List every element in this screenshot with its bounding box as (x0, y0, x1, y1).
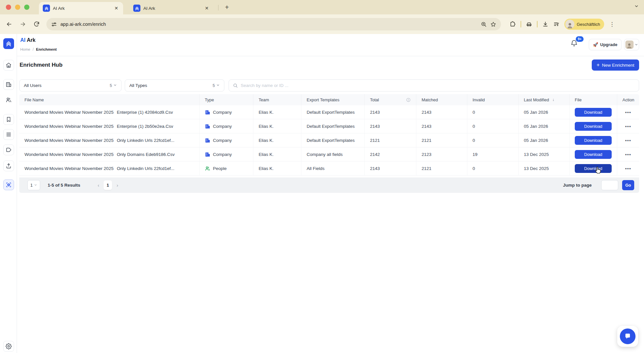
col-file[interactable]: File (570, 94, 617, 105)
row-actions-menu-icon[interactable]: ••• (625, 138, 631, 143)
zoom-icon[interactable] (481, 21, 487, 27)
back-icon[interactable] (4, 19, 14, 29)
url-text[interactable]: app.ai-ark.com/enrich (60, 22, 477, 27)
all-types-dropdown[interactable]: All Types 5 (125, 79, 224, 92)
info-icon[interactable] (406, 97, 411, 102)
table-row[interactable]: Wonderland Movies Webinar November 2025E… (19, 105, 639, 119)
sort-descending-icon[interactable]: ↓ (552, 97, 554, 102)
col-templates[interactable]: Export Templates (301, 94, 365, 105)
col-type[interactable]: Type (200, 94, 253, 105)
col-action[interactable]: Action (617, 94, 639, 105)
tab-overflow-chevron-icon[interactable] (634, 4, 639, 10)
new-tab-button[interactable]: + (222, 3, 232, 12)
breadcrumb-current: Enrichment (36, 47, 56, 51)
row-actions-menu-icon[interactable]: ••• (625, 166, 631, 171)
download-button[interactable]: Download (575, 122, 612, 131)
col-modified[interactable]: Last Modified ↓ (519, 94, 570, 105)
sidebar-settings-gear-icon[interactable] (3, 341, 14, 352)
downloads-icon[interactable] (542, 21, 549, 27)
rocket-icon: 🚀 (593, 42, 598, 47)
row-actions-menu-icon[interactable]: ••• (625, 124, 631, 129)
chat-widget-card (617, 326, 638, 347)
extension-car-icon[interactable] (526, 21, 532, 27)
row-total: 2121 (365, 133, 416, 147)
company-icon (205, 124, 210, 129)
browser-tab-active[interactable]: AI Ark ✕ (39, 2, 123, 14)
browser-window: AI Ark ✕ AI Ark ✕ + (0, 0, 644, 353)
download-button[interactable]: Download (575, 136, 612, 145)
forward-icon[interactable] (18, 19, 28, 29)
download-button[interactable]: Download (575, 150, 612, 159)
row-matched: 2121 (416, 133, 467, 147)
row-invalid: 19 (467, 147, 519, 161)
chat-bubble-icon (624, 333, 631, 340)
media-playlist-icon[interactable] (553, 21, 560, 27)
maximize-window-button[interactable] (24, 5, 29, 10)
new-enrichment-button[interactable]: + New Enrichment (592, 59, 639, 71)
address-bar[interactable]: app.ai-ark.com/enrich (46, 18, 501, 30)
jump-to-page-label: Jump to page (563, 177, 592, 193)
row-team: Elias K. (253, 105, 301, 119)
col-invalid[interactable]: Invalid (467, 94, 519, 105)
sidebar-tags-icon[interactable] (3, 144, 14, 155)
browser-profile-chip[interactable]: Geschäftlich (564, 19, 604, 30)
jump-to-page-input[interactable] (601, 180, 618, 190)
tab-separator (218, 5, 218, 10)
upgrade-button[interactable]: 🚀 Upgrade (589, 39, 621, 50)
all-types-count: 5 (213, 83, 215, 88)
table-row[interactable]: Wonderland Movies Webinar November 2025O… (19, 147, 639, 161)
row-file: Only Linkedin Urls 22fcd1ef... (117, 166, 174, 171)
breadcrumb: Home / Enrichment (20, 47, 57, 52)
search-input[interactable] (241, 83, 635, 88)
company-icon (205, 109, 210, 115)
row-total: 2143 (365, 119, 416, 133)
page-title: Enrichment Hub (20, 62, 62, 68)
row-actions-menu-icon[interactable]: ••• (625, 152, 631, 157)
site-settings-icon[interactable] (51, 21, 57, 27)
row-matched: 2123 (416, 147, 467, 161)
browser-tab-inactive[interactable]: AI Ark ✕ (129, 2, 214, 14)
col-file-name[interactable]: File Name (19, 94, 200, 105)
sidebar-companies-icon[interactable] (3, 79, 14, 90)
user-avatar (625, 41, 634, 49)
sidebar-lists-icon[interactable] (3, 129, 14, 140)
download-button[interactable]: Download (575, 164, 612, 173)
all-users-dropdown[interactable]: All Users 5 (19, 79, 121, 92)
sidebar-bookmarks-icon[interactable] (3, 114, 14, 125)
company-icon (205, 138, 210, 143)
table-row[interactable]: Wonderland Movies Webinar November 2025O… (19, 133, 639, 147)
next-page-button[interactable]: › (117, 177, 118, 193)
go-button[interactable]: Go (622, 180, 634, 190)
close-window-button[interactable] (6, 5, 11, 10)
table-row[interactable]: Wonderland Movies Webinar November 2025O… (19, 161, 639, 176)
col-total[interactable]: Total (365, 94, 416, 105)
prev-page-button[interactable]: ‹ (98, 177, 99, 193)
browser-menu-kebab-icon[interactable]: ⋮ (609, 21, 615, 28)
col-matched[interactable]: Matched (416, 94, 467, 105)
sidebar-home-icon[interactable] (3, 60, 14, 71)
breadcrumb-home[interactable]: Home (20, 47, 30, 51)
tab-close-icon[interactable]: ✕ (113, 6, 119, 11)
current-page[interactable]: 1 (104, 180, 112, 190)
row-actions-menu-icon[interactable]: ••• (625, 109, 631, 115)
sidebar-people-icon[interactable] (3, 94, 14, 105)
table-row[interactable]: Wonderland Movies Webinar November 2025E… (19, 119, 639, 133)
minimize-window-button[interactable] (15, 5, 20, 10)
col-team[interactable]: Team (253, 94, 301, 105)
chat-launcher-button[interactable] (620, 328, 636, 344)
sidebar-upload-icon[interactable] (3, 160, 14, 171)
breadcrumb-separator: / (33, 47, 34, 52)
row-template: Default ExportTemplates (301, 133, 365, 147)
download-button[interactable]: Download (575, 108, 612, 117)
row-invalid: 0 (467, 119, 519, 133)
sidebar-enrichment-icon[interactable] (3, 179, 14, 190)
tab-close-icon[interactable]: ✕ (204, 6, 210, 11)
reload-icon[interactable] (31, 19, 42, 29)
app-logo[interactable] (3, 38, 14, 49)
extensions-icon[interactable] (509, 21, 516, 27)
bookmark-star-icon[interactable] (490, 21, 496, 27)
page-size-select[interactable]: 1 (27, 180, 40, 190)
brand: AIArk (20, 37, 36, 43)
search-icon (233, 83, 238, 88)
user-menu-button[interactable] (624, 39, 639, 50)
